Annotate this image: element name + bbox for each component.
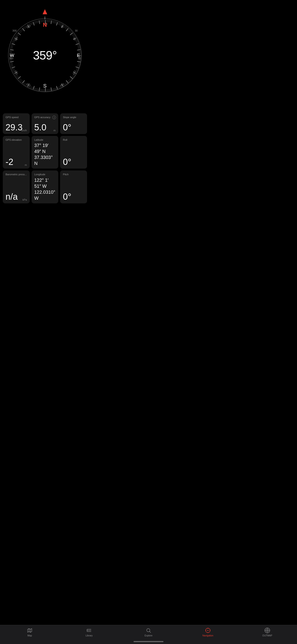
svg-line-140 xyxy=(10,58,12,58)
svg-line-147 xyxy=(10,50,14,50)
svg-line-138 xyxy=(10,60,12,60)
svg-line-48 xyxy=(79,51,81,51)
compass-container: ticks 330 30 60 300 300 xyxy=(8,18,82,92)
svg-line-101 xyxy=(40,89,40,91)
svg-line-99 xyxy=(43,89,43,92)
cardinal-south: S xyxy=(43,83,47,89)
barometric-unit: kPa xyxy=(22,198,27,201)
roll-value: 0° xyxy=(63,158,84,166)
cardinal-east: E xyxy=(77,53,80,58)
gps-speed-unit: km/h xyxy=(22,129,27,132)
svg-line-168 xyxy=(24,28,25,29)
data-section: GPS speed 29.3 km/h GPS accuracy i 5.0 m… xyxy=(0,110,90,204)
cardinal-west: W xyxy=(10,53,14,58)
svg-line-71 xyxy=(72,76,74,78)
svg-text:210: 210 xyxy=(26,83,31,87)
svg-line-102 xyxy=(39,88,40,91)
svg-line-73 xyxy=(70,78,72,80)
svg-text:300: 300 xyxy=(14,36,19,42)
roll-card: Roll 0° xyxy=(60,136,87,168)
longitude-title: Longitude xyxy=(34,173,56,176)
barometric-title: Barometric press... xyxy=(6,173,27,176)
gps-elevation-title: GPS elevation xyxy=(6,138,27,142)
svg-line-137 xyxy=(10,61,14,62)
svg-line-165 xyxy=(20,30,22,32)
svg-line-28 xyxy=(68,29,69,31)
slope-angle-title: Slope angle xyxy=(63,116,84,119)
svg-line-182 xyxy=(39,20,40,24)
svg-line-184 xyxy=(42,20,42,22)
svg-line-31 xyxy=(70,32,72,33)
gps-accuracy-card: GPS accuracy i 5.0 m xyxy=(32,113,58,134)
svg-line-116 xyxy=(24,82,25,84)
svg-text:120: 120 xyxy=(72,70,77,75)
svg-line-161 xyxy=(17,34,19,35)
heading-display: 359° xyxy=(33,48,57,62)
gps-speed-card: GPS speed 29.3 km/h xyxy=(3,113,30,134)
pitch-value: 0° xyxy=(63,192,84,201)
barometric-card: Barometric press... n/a kPa xyxy=(3,170,30,203)
latitude-card: Latitude 37° 19′ 49″ N 37.3303° N xyxy=(32,136,58,168)
pitch-title: Pitch xyxy=(63,173,84,176)
roll-title: Roll xyxy=(63,138,84,142)
svg-line-56 xyxy=(79,60,81,60)
gps-elevation-unit: m xyxy=(25,164,27,166)
longitude-value: 122° 1′ 51″ W 122.0310° W xyxy=(34,177,56,201)
data-row-2: GPS elevation -2 m Latitude 37° 19′ 49″ … xyxy=(3,136,87,168)
svg-line-78 xyxy=(66,82,68,84)
svg-line-139 xyxy=(10,59,12,60)
svg-line-9 xyxy=(48,20,48,22)
data-row-3: Barometric press... n/a kPa Longitude 12… xyxy=(3,170,87,203)
svg-line-47 xyxy=(77,50,80,50)
top-tick-indicator xyxy=(45,16,45,19)
svg-line-121 xyxy=(19,78,20,80)
svg-line-29 xyxy=(68,30,70,32)
gps-speed-title: GPS speed xyxy=(6,116,27,119)
svg-line-54 xyxy=(79,58,81,58)
svg-line-55 xyxy=(79,59,81,60)
svg-line-123 xyxy=(17,76,19,78)
svg-line-26 xyxy=(66,28,68,29)
svg-line-119 xyxy=(20,80,22,81)
svg-line-57 xyxy=(77,61,80,62)
cardinal-north: N xyxy=(43,22,47,28)
svg-line-118 xyxy=(22,80,23,82)
gps-accuracy-unit: m xyxy=(54,129,56,132)
svg-line-95 xyxy=(48,89,48,92)
svg-line-163 xyxy=(19,32,20,33)
svg-line-93 xyxy=(50,89,50,91)
svg-line-183 xyxy=(40,20,40,22)
svg-line-49 xyxy=(79,52,81,52)
svg-line-10 xyxy=(49,20,49,22)
slope-angle-card: Slope angle 0° xyxy=(60,113,87,134)
compass-ring: ticks 330 30 60 300 300 xyxy=(8,18,82,92)
svg-line-120 xyxy=(20,79,21,80)
svg-line-76 xyxy=(68,80,69,82)
pitch-card: Pitch 0° xyxy=(60,170,87,203)
svg-line-94 xyxy=(49,89,49,91)
gps-elevation-value: -2 xyxy=(6,158,27,166)
svg-line-75 xyxy=(68,80,70,81)
svg-line-100 xyxy=(42,89,42,91)
gps-elevation-card: GPS elevation -2 m xyxy=(3,136,30,168)
svg-line-146 xyxy=(10,51,12,51)
gps-accuracy-value: 5.0 xyxy=(34,123,56,132)
svg-line-164 xyxy=(20,31,21,32)
data-row-1: GPS speed 29.3 km/h GPS accuracy i 5.0 m… xyxy=(3,113,87,134)
compass-section: ticks 330 30 60 300 300 xyxy=(0,0,90,110)
north-arrow-icon xyxy=(42,9,47,14)
svg-line-30 xyxy=(70,31,71,32)
svg-line-33 xyxy=(72,34,74,35)
svg-line-11 xyxy=(50,20,50,22)
svg-line-74 xyxy=(70,79,71,80)
svg-line-12 xyxy=(51,20,52,24)
svg-line-145 xyxy=(10,52,12,52)
svg-line-92 xyxy=(51,88,52,91)
latitude-title: Latitude xyxy=(34,138,56,142)
svg-line-166 xyxy=(22,29,23,31)
longitude-card: Longitude 122° 1′ 51″ W 122.0310° W xyxy=(32,170,58,203)
slope-angle-value: 0° xyxy=(63,123,84,132)
latitude-value: 37° 19′ 49″ N 37.3303° N xyxy=(34,142,56,166)
